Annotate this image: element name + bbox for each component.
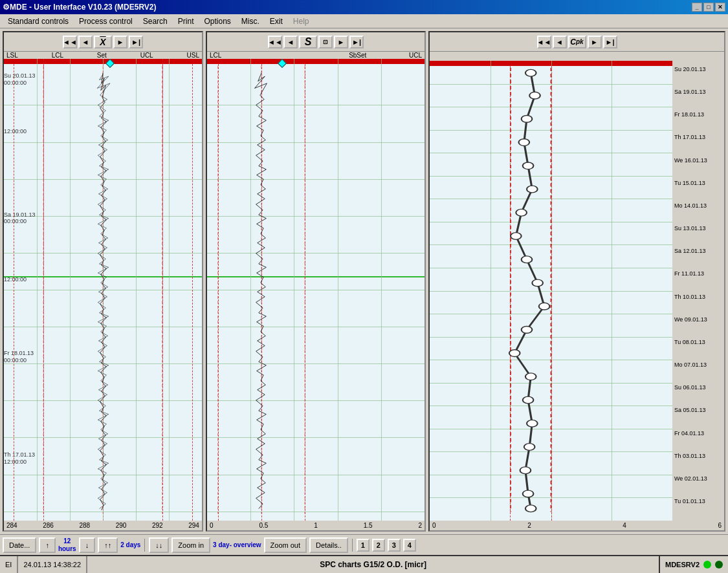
xbar-next-btn[interactable]: ► (113, 36, 127, 49)
cpk-date-9: Sa 12.01.13 (672, 248, 724, 270)
cpk-date-12: We 09.01.13 (672, 316, 724, 339)
xbar-ax-4: 290 (116, 522, 127, 529)
zoom-in-button[interactable]: Zoom in (171, 537, 210, 553)
svg-point-9 (525, 69, 536, 76)
main-content: ◄◄ ◄ X ► ►| LSL LCL Set UCL USL (0, 28, 728, 534)
cpk-next-btn[interactable]: ► (588, 36, 602, 49)
page-btn-4[interactable]: 4 (403, 539, 416, 552)
menu-options[interactable]: Options (199, 16, 236, 27)
xbar-ax-3: 288 (80, 522, 91, 529)
cpk-date-14: Mo 07.01.13 (672, 362, 724, 384)
menu-search[interactable]: Search (138, 16, 173, 27)
xbar-set: Set (97, 52, 107, 59)
cpk-ax-2: 2 (527, 522, 531, 529)
cpk-date-2: Sa 19.01.13 (672, 89, 724, 111)
svg-point-10 (529, 92, 540, 99)
xbar-ax-1: 284 (6, 522, 17, 529)
date-button[interactable]: Date... (3, 537, 36, 553)
svg-point-24 (527, 420, 538, 427)
cpk-ax-1: 0 (432, 522, 436, 529)
minimize-btn[interactable]: _ (692, 3, 702, 12)
cpk-date-6: Tu 15.01.13 (672, 180, 724, 202)
cpk-axis: 0 2 4 6 (430, 521, 724, 530)
xbar-set-dashed (103, 64, 104, 521)
xbar-chart-area: Su 20.01.1300:00:00 12:00:00 Sa 19.01.13… (4, 59, 202, 521)
menu-help[interactable]: Help (288, 16, 314, 27)
cpk-prev-btn[interactable]: ◄ (553, 36, 567, 49)
xbar-ax-5: 292 (152, 522, 163, 529)
menu-process-control[interactable]: Process control (74, 16, 138, 27)
server-status: MDESRV2 (659, 556, 728, 573)
xbar-lsl: LSL (6, 52, 18, 59)
double-down-button[interactable]: ↓↓ (149, 537, 169, 553)
cpk-date-4: Th 17.01.13 (672, 134, 724, 157)
title-bar: ⚙ MDE - User Interface V10.23 (MDE5RV2) … (0, 0, 728, 14)
dark-dot-icon (715, 561, 723, 568)
svg-point-20 (522, 327, 533, 334)
svg-point-22 (525, 373, 536, 380)
menu-print[interactable]: Print (173, 16, 199, 27)
xbar-label-btn[interactable]: X (94, 36, 112, 49)
green-dot-icon (703, 561, 711, 568)
s-next-btn[interactable]: ► (334, 36, 348, 49)
svg-point-23 (523, 396, 534, 404)
cpk-next-next-btn[interactable]: ►| (603, 36, 617, 49)
up-button[interactable]: ↑ (39, 537, 56, 553)
maximize-btn[interactable]: □ (703, 3, 714, 12)
xbar-ucl: UCL (140, 52, 153, 59)
center-status: SPC charts G15/2 O.D. [micr] (87, 560, 659, 569)
xbar-next-next-btn[interactable]: ►| (129, 36, 143, 49)
s-sbset: SbSet (349, 52, 366, 59)
close-btn[interactable]: ✕ (715, 3, 725, 12)
svg-point-21 (509, 350, 520, 357)
s-toolbar: ◄◄ ◄ S ⊡ ► ►| (207, 32, 425, 52)
svg-point-27 (523, 490, 534, 497)
overview-label: 3 day- overview (213, 541, 261, 548)
cpk-date-20: Tu 01.01.13 (672, 498, 724, 521)
xbar-usl: USL (187, 52, 199, 59)
xbar-prev-prev-btn[interactable]: ◄◄ (63, 36, 77, 49)
status-bar: EI 24.01.13 14:38:22 SPC charts G15/2 O.… (0, 555, 728, 573)
details-button[interactable]: Details.. (309, 537, 348, 553)
double-up-button[interactable]: ↑↑ (98, 537, 118, 553)
s-ax-5: 2 (418, 522, 422, 529)
cpk-date-10: Fr 11.01.13 (672, 270, 724, 293)
cpk-date-labels: Su 20.01.13 Sa 19.01.13 Fr 18.01.13 Th 1… (672, 61, 724, 521)
cpk-date-3: Fr 18.01.13 (672, 111, 724, 134)
charts-row: ◄◄ ◄ X ► ►| LSL LCL Set UCL USL (3, 31, 725, 532)
s-prev-btn[interactable]: ◄ (283, 36, 298, 49)
down-button[interactable]: ↓ (79, 537, 96, 553)
s-waveform (207, 59, 425, 521)
s-prev-prev-btn[interactable]: ◄◄ (268, 36, 282, 49)
xbar-lcl-dashed (43, 64, 44, 521)
svg-point-28 (525, 505, 536, 512)
menu-misc[interactable]: Misc. (236, 16, 265, 27)
title-icon: ⚙ (3, 3, 10, 12)
cpk-prev-prev-btn[interactable]: ◄◄ (537, 36, 551, 49)
ei-label: EI (0, 556, 18, 573)
s-label-btn[interactable]: S (299, 36, 317, 49)
days-label: 2 days (120, 541, 140, 548)
s-ax-4: 1.5 (364, 522, 373, 529)
svg-point-18 (532, 279, 543, 286)
page-btn-1[interactable]: 1 (357, 539, 370, 552)
cpk-date-7: Mo 14.01.13 (672, 202, 724, 225)
menu-exit[interactable]: Exit (265, 16, 288, 27)
xbar-lcl: LCL (52, 52, 63, 59)
cpk-chart-grid: Su 20.01.13 Sa 19.01.13 Fr 18.01.13 Th 1… (430, 61, 724, 521)
page-btn-2[interactable]: 2 (372, 539, 385, 552)
s-axis: 0 0.5 1 1.5 2 (207, 521, 425, 530)
svg-point-19 (539, 303, 550, 310)
cpk-label-btn[interactable]: Cpk (568, 36, 586, 49)
cpk-date-17: Fr 04.01.13 (672, 430, 724, 453)
menu-standard-controls[interactable]: Standard controls (3, 16, 74, 27)
s-next-next-btn[interactable]: ►| (349, 36, 364, 49)
hours-label: 12hours (58, 537, 76, 553)
s-screen-btn[interactable]: ⊡ (318, 36, 333, 49)
cpk-date-1: Su 20.01.13 (672, 66, 724, 89)
xbar-prev-btn[interactable]: ◄ (78, 36, 93, 49)
zoom-out-button[interactable]: Zoom out (264, 537, 307, 553)
svg-point-15 (516, 209, 527, 216)
page-btn-3[interactable]: 3 (388, 539, 401, 552)
xbar-ax-2: 286 (43, 522, 54, 529)
